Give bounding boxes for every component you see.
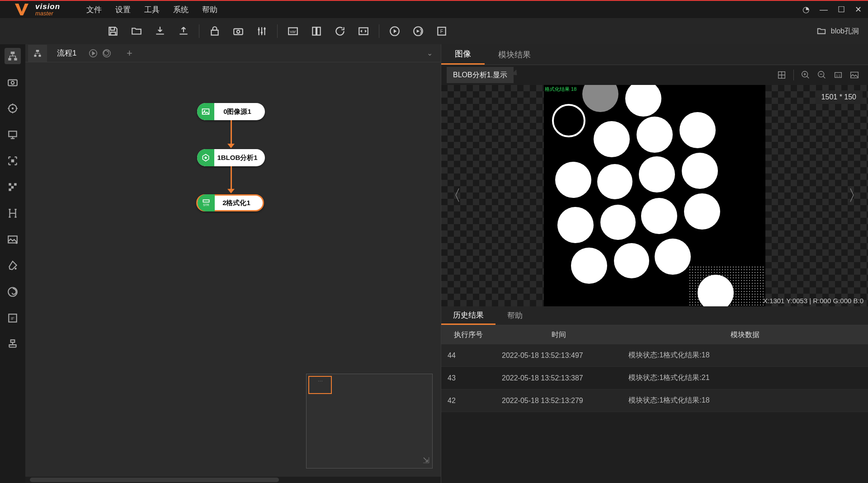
fit-icon[interactable] [774, 67, 790, 83]
fullscreen-icon[interactable] [846, 67, 863, 83]
svg-text:var: var [290, 29, 296, 34]
export-button[interactable] [175, 22, 193, 40]
tab-history[interactable]: 历史结果 [441, 306, 495, 325]
flow-hscroll[interactable] [25, 477, 441, 483]
svg-point-3 [258, 29, 259, 31]
rail-scan-icon[interactable] [5, 153, 21, 169]
rail-flow-icon[interactable] [5, 48, 21, 64]
code-button[interactable] [354, 22, 373, 40]
flow-loop-icon[interactable] [100, 47, 113, 60]
svg-rect-37 [39, 55, 41, 56]
svg-rect-16 [8, 58, 11, 60]
flow-dropdown-icon[interactable]: ⌄ [427, 49, 438, 57]
minimap-expand-icon[interactable]: ⇲ [423, 455, 429, 465]
rail-pattern-icon[interactable] [5, 179, 21, 195]
rail-if-icon[interactable]: IF [5, 310, 21, 326]
variables-button[interactable]: var [284, 22, 302, 40]
window-minimize[interactable]: — [820, 5, 828, 14]
history-table: 执行序号 时间 模块数据 44 2022-05-18 13:52:13:497 … [441, 325, 868, 483]
svg-point-29 [16, 242, 18, 244]
image-next-icon[interactable]: 〉 [845, 185, 866, 206]
svg-rect-24 [9, 183, 11, 185]
flow-run-icon[interactable] [86, 47, 100, 60]
open-folder-button[interactable] [127, 22, 146, 40]
left-tool-rail: IF [0, 44, 25, 483]
run-loop-button[interactable] [409, 22, 427, 40]
node-format[interactable]: STR 2格式化1 [196, 194, 264, 211]
add-flow-tab[interactable]: + [122, 46, 137, 61]
svg-point-4 [261, 32, 263, 33]
rail-network-icon[interactable] [5, 336, 21, 352]
format-icon: STR [198, 194, 215, 211]
menu-bar: 文件 设置 工具 系统 帮助 [86, 5, 217, 15]
node-image-source[interactable]: 0图像源1 [197, 103, 265, 120]
menu-settings[interactable]: 设置 [115, 5, 131, 15]
rail-measure-icon[interactable] [5, 205, 21, 221]
camera-button[interactable] [229, 22, 247, 40]
form-button[interactable]: F [433, 22, 451, 40]
flow-tree-icon[interactable] [28, 45, 47, 62]
title-bar: vision master 文件 设置 工具 系统 帮助 ◔ — ☐ ✕ [0, 1, 868, 18]
table-row[interactable]: 42 2022-05-18 13:52:13:279 模块状态:1格式化结果:1… [441, 389, 868, 412]
save-button[interactable] [104, 22, 122, 40]
flow-canvas[interactable]: 0图像源1 1BLOB分析1 STR 2格式化1 ⋯ ⇲ [25, 62, 441, 477]
menu-system[interactable]: 系统 [173, 5, 189, 15]
import-button[interactable] [151, 22, 169, 40]
sliders-button[interactable] [253, 22, 271, 40]
app-logo: vision master [0, 3, 68, 16]
menu-tools[interactable]: 工具 [144, 5, 160, 15]
svg-text:1:1: 1:1 [836, 74, 840, 78]
svg-text:STR: STR [203, 203, 209, 206]
image-prev-icon[interactable]: 〈 [443, 185, 464, 206]
col-data: 模块数据 [622, 325, 868, 344]
svg-rect-23 [11, 159, 14, 163]
svg-point-19 [11, 81, 14, 84]
svg-rect-35 [36, 50, 39, 52]
svg-point-5 [264, 28, 265, 29]
svg-rect-17 [14, 58, 17, 60]
minimap[interactable]: ⋯ ⇲ [306, 374, 433, 469]
svg-point-30 [14, 267, 16, 269]
blob-icon [197, 149, 214, 166]
image-dimensions: 1501 * 150 [815, 90, 863, 104]
table-row[interactable]: 43 2022-05-18 13:52:13:387 模块状态:1格式化结果:2… [441, 367, 868, 389]
display-source-select[interactable]: BLOB分析1.显示 [447, 67, 514, 83]
flow-tab-1[interactable]: 流程1 [47, 48, 86, 58]
svg-text:F: F [440, 28, 443, 34]
rail-spiral-icon[interactable] [5, 284, 21, 300]
window-close[interactable]: ✕ [855, 5, 862, 14]
brand-name: vision [35, 3, 60, 10]
zoom-out-icon[interactable] [814, 67, 830, 83]
tab-help[interactable]: 帮助 [495, 306, 534, 325]
image-icon [197, 103, 214, 120]
node-blob-analysis[interactable]: 1BLOB分析1 [197, 149, 265, 166]
col-seq: 执行序号 [441, 325, 495, 344]
window-maximize[interactable]: ☐ [838, 5, 845, 14]
zoom-in-icon[interactable] [797, 67, 814, 83]
project-file-indicator[interactable]: blob孔洞 [816, 26, 863, 36]
tab-module-result[interactable]: 模块结果 [485, 44, 544, 65]
svg-rect-8 [312, 27, 316, 35]
svg-rect-50 [851, 72, 859, 78]
lock-button[interactable] [206, 22, 224, 40]
menu-help[interactable]: 帮助 [202, 5, 217, 15]
svg-rect-9 [317, 27, 321, 35]
minimap-viewport[interactable]: ⋯ [308, 376, 332, 394]
run-once-button[interactable] [386, 22, 404, 40]
help-icon[interactable]: ◔ [802, 5, 810, 14]
layout-button[interactable] [307, 22, 326, 40]
svg-rect-26 [11, 186, 14, 188]
toolbar: var F blob孔洞 [0, 18, 868, 44]
actual-size-icon[interactable]: 1:1 [830, 67, 846, 83]
rail-screen-icon[interactable] [5, 127, 21, 143]
rail-camera-icon[interactable] [5, 74, 21, 90]
rail-target-icon[interactable] [5, 100, 21, 117]
rail-paint-icon[interactable] [5, 258, 21, 274]
rail-image-icon[interactable] [5, 231, 21, 248]
menu-file[interactable]: 文件 [86, 5, 102, 15]
tab-image[interactable]: 图像 [441, 44, 485, 65]
svg-rect-43 [203, 200, 209, 202]
table-row[interactable]: 44 2022-05-18 13:52:13:497 模块状态:1格式化结果:1… [441, 344, 868, 367]
image-viewer[interactable]: 格式化结果 18 [441, 85, 868, 306]
refresh-button[interactable] [331, 22, 349, 40]
